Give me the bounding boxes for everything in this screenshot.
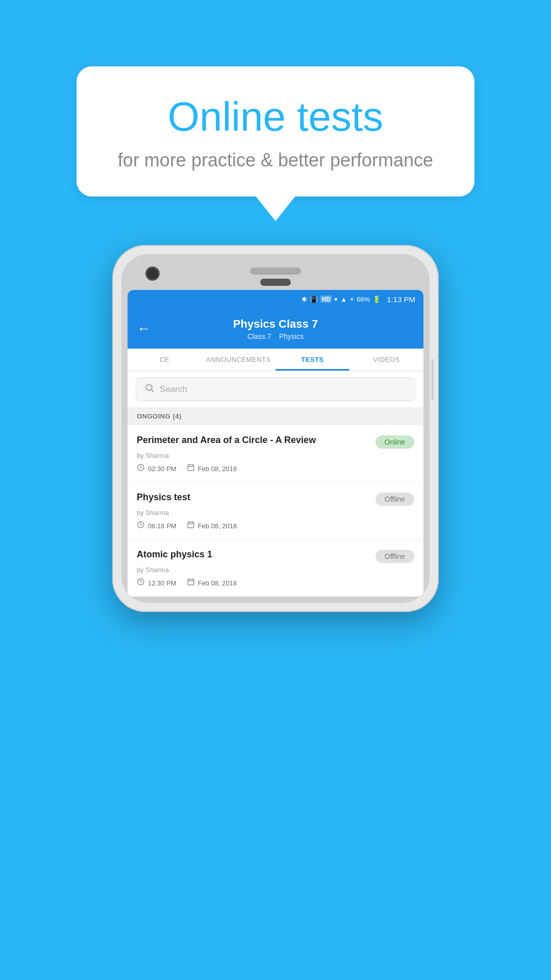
status-bar-icons: ✱ 📳 HD ▾ ▲ ✕ 66% 🔋 (302, 296, 381, 303)
header-subject: Physics (279, 332, 304, 340)
back-button[interactable]: ← (137, 321, 151, 337)
status-bar: ✱ 📳 HD ▾ ▲ ✕ 66% 🔋 1:13 PM (128, 290, 423, 308)
phone-mockup: ✱ 📳 HD ▾ ▲ ✕ 66% 🔋 1:13 PM ← Physics Cla… (112, 245, 439, 612)
tab-bar: CE ANNOUNCEMENTS TESTS VIDEOS (128, 349, 423, 371)
section-header-ongoing: ONGOING (4) (128, 407, 423, 425)
search-bar: Search (128, 371, 423, 407)
test-badge-1: Offline (375, 493, 414, 506)
hd-icon: HD (320, 296, 332, 303)
test-item-top-2: Atomic physics 1 Offline (137, 549, 414, 563)
tab-ce[interactable]: CE (128, 349, 202, 371)
test-time-text-2: 12:30 PM (148, 579, 177, 587)
speech-bubble-title: Online tests (112, 94, 439, 139)
phone-camera (145, 266, 160, 281)
test-badge-0: Online (375, 435, 414, 449)
test-time-2: 12:30 PM (137, 578, 177, 588)
signal-icon: ▲ (340, 296, 347, 303)
tab-tests[interactable]: TESTS (276, 349, 349, 371)
test-title-0: Perimeter and Area of a Circle - A Revie… (137, 434, 369, 446)
search-placeholder: Search (160, 384, 187, 395)
battery-icon: 🔋 (372, 296, 381, 303)
phone-inner-shell: ✱ 📳 HD ▾ ▲ ✕ 66% 🔋 1:13 PM ← Physics Cla… (121, 254, 430, 603)
header-title: Physics Class 7 (138, 317, 413, 331)
data-icon: ✕ (349, 296, 354, 303)
test-date-text-1: Feb 08, 2018 (198, 522, 237, 530)
wifi-icon: ▾ (334, 296, 338, 303)
svg-rect-3 (188, 465, 194, 471)
phone-screen: ✱ 📳 HD ▾ ▲ ✕ 66% 🔋 1:13 PM ← Physics Cla… (128, 290, 423, 597)
app-header: ← Physics Class 7 Class 7 Physics (128, 308, 423, 349)
clock-icon-0 (137, 463, 145, 474)
test-author-2: by Sharma (137, 566, 414, 574)
calendar-icon-2 (187, 578, 195, 588)
test-date-2: Feb 08, 2018 (187, 578, 237, 588)
test-meta-2: 12:30 PM Feb 08, 201 (137, 578, 414, 588)
search-input-container[interactable]: Search (136, 377, 415, 401)
test-item-0[interactable]: Perimeter and Area of a Circle - A Revie… (128, 425, 423, 482)
svg-line-1 (152, 390, 154, 393)
tab-videos[interactable]: VIDEOS (349, 349, 423, 371)
clock-icon-1 (137, 521, 145, 531)
calendar-icon-0 (187, 463, 195, 474)
battery-text: 66% (357, 296, 370, 303)
test-title-1: Physics test (137, 492, 369, 503)
status-bar-time: 1:13 PM (387, 295, 415, 304)
phone-speaker (250, 267, 301, 275)
test-item-1[interactable]: Physics test Offline by Sharma (128, 482, 423, 540)
svg-rect-13 (188, 579, 194, 585)
search-icon (144, 383, 155, 396)
header-subtitle: Class 7 Physics (138, 332, 413, 340)
test-badge-2: Offline (375, 550, 414, 563)
test-time-text-0: 02:30 PM (148, 465, 177, 473)
test-time-0: 02:30 PM (137, 463, 177, 474)
test-date-0: Feb 08, 2018 (187, 463, 237, 474)
test-title-2: Atomic physics 1 (137, 549, 369, 560)
test-author-1: by Sharma (137, 509, 414, 517)
test-meta-1: 06:18 PM Feb 08, 201 (137, 521, 414, 531)
test-date-text-2: Feb 08, 2018 (198, 579, 237, 587)
test-date-1: Feb 08, 2018 (187, 521, 237, 531)
test-date-text-0: Feb 08, 2018 (198, 465, 237, 473)
scroll-indicator (432, 359, 434, 400)
test-item-2[interactable]: Atomic physics 1 Offline by Sharma (128, 540, 423, 597)
vibrate-icon: 📳 (310, 296, 318, 303)
test-time-1: 06:18 PM (137, 521, 177, 531)
svg-rect-8 (188, 522, 194, 528)
phone-top-bar (128, 260, 423, 279)
speech-bubble-container: Online tests for more practice & better … (77, 66, 474, 197)
phone-home-indicator (260, 279, 291, 286)
test-author-0: by Sharma (137, 452, 414, 459)
clock-icon-2 (137, 578, 145, 588)
test-meta-0: 02:30 PM Feb 08, 201 (137, 463, 414, 474)
test-item-top-1: Physics test Offline (137, 492, 414, 506)
calendar-icon-1 (187, 521, 195, 531)
test-time-text-1: 06:18 PM (148, 522, 177, 530)
phone-outer-shell: ✱ 📳 HD ▾ ▲ ✕ 66% 🔋 1:13 PM ← Physics Cla… (112, 245, 439, 612)
tab-announcements[interactable]: ANNOUNCEMENTS (202, 349, 276, 371)
bluetooth-icon: ✱ (302, 296, 307, 303)
speech-bubble: Online tests for more practice & better … (77, 66, 474, 197)
test-item-top-0: Perimeter and Area of a Circle - A Revie… (137, 434, 414, 449)
svg-point-0 (146, 384, 152, 390)
header-class: Class 7 (247, 332, 271, 340)
speech-bubble-subtitle: for more practice & better performance (112, 150, 439, 171)
